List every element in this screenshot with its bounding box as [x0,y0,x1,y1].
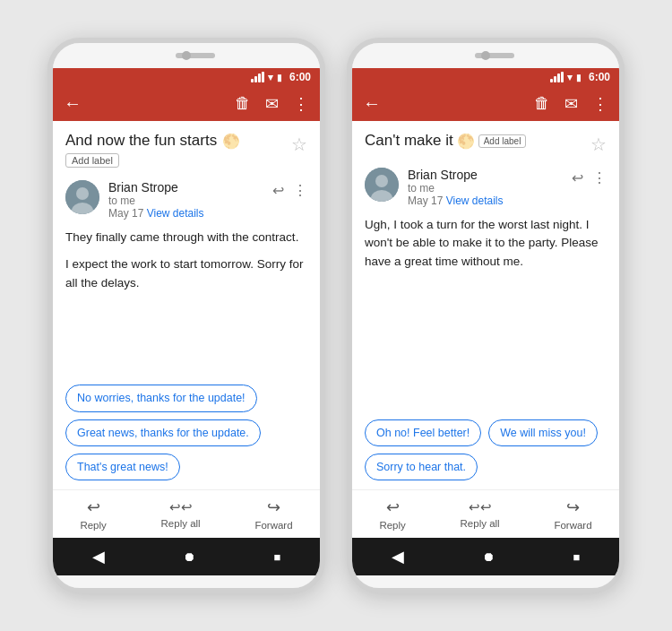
camera-2 [481,51,490,60]
more-sender-icon-2[interactable]: ⋮ [592,169,607,186]
nav-home-1[interactable]: ⏺ [183,549,195,564]
forward-action-1[interactable]: ↪ Forward [254,497,292,531]
nav-bar-2: ◀ ⏺ ■ [352,538,619,575]
wifi-icon-1: ▾ [268,72,273,83]
view-details-2[interactable]: View details [446,194,504,207]
sender-actions-1: ↩ ⋮ [272,182,307,199]
sender-row-2: Brian Strope to me May 17 View details ↩… [365,168,607,207]
delete-button-2[interactable]: 🗑 [534,94,550,113]
body-para-1-1: I expect the work to start tomorrow. Sor… [65,255,307,292]
back-button-2[interactable]: ← [363,93,381,114]
email-subject-2: Can't make it 🌕 Add label [365,132,583,150]
smart-replies-2: Oh no! Feel better! We will miss you! So… [352,412,619,490]
reply-icon-2[interactable]: ↩ [572,169,583,186]
star-icon-1[interactable]: ☆ [291,134,307,155]
reply-all-label-1: Reply all [161,518,201,529]
smart-replies-1: No worries, thanks for the update! Great… [53,377,320,489]
email-title-area-2: Can't make it 🌕 Add label [365,132,583,150]
sender-to-1: to me [108,194,204,207]
email-content-2: Can't make it 🌕 Add label ☆ [352,121,619,575]
svg-point-1 [76,187,89,200]
forward-icon-2: ↪ [566,497,580,517]
email-content-1: And now the fun starts 🌕 Add label ☆ [53,121,320,575]
bottom-actions-2: ↩ Reply ↩↩ Reply all ↪ Forward [352,489,619,538]
nav-square-1[interactable]: ■ [273,550,280,564]
avatar-1 [65,180,99,214]
reply-all-icon-1: ↩↩ [169,499,193,515]
forward-icon-1: ↪ [267,497,280,517]
bottom-actions-1: ↩ Reply ↩↩ Reply all ↪ Forward [53,489,320,538]
back-button-1[interactable]: ← [64,93,82,114]
battery-icon-1: ▮ [277,73,282,82]
nav-back-1[interactable]: ◀ [92,547,105,566]
smart-reply-1-0[interactable]: No worries, thanks for the update! [65,385,257,411]
status-time-2: 6:00 [589,71,610,83]
body-para-2-0: Ugh, I took a turn for the worst last ni… [365,216,607,271]
reply-icon-1[interactable]: ↩ [272,182,284,199]
nav-square-2[interactable]: ■ [573,550,580,564]
more-button-2[interactable]: ⋮ [592,94,608,114]
email-subject-1: And now the fun starts 🌕 [65,132,284,150]
sender-row-1: Brian Strope to me May 17 View details ↩… [65,180,307,220]
sender-actions-2: ↩ ⋮ [572,169,607,186]
reply-all-action-2[interactable]: ↩↩ Reply all [461,499,500,529]
subject-emoji-2: 🌕 [457,133,475,150]
reply-action-icon-1: ↩ [87,497,100,517]
subject-emoji-1: 🌕 [222,133,240,150]
phone-bottom-1 [53,575,320,588]
smart-reply-1-1[interactable]: Great news, thanks for the update. [65,419,261,446]
add-label-button-1[interactable]: Add label [65,153,119,168]
signal-icon-2 [550,72,564,82]
nav-back-2[interactable]: ◀ [392,547,404,566]
phone-top-1 [53,43,320,68]
mail-button-1[interactable]: ✉ [265,94,279,114]
reply-all-icon-2: ↩↩ [469,499,492,515]
status-bar-1: ▾ ▮ 6:00 [53,68,320,86]
smart-reply-2-0[interactable]: Oh no! Feel better! [365,419,481,446]
phone-1: ▾ ▮ 6:00 ← 🗑 ✉ ⋮ And now the fun start [47,38,325,593]
sender-name-1: Brian Strope [108,180,204,194]
subject-text-1: And now the fun starts [65,132,217,150]
sender-info-1: Brian Strope to me May 17 View details [108,180,204,220]
phone-wrapper: ▾ ▮ 6:00 ← 🗑 ✉ ⋮ And now the fun start [47,38,625,593]
reply-action-1[interactable]: ↩ Reply [80,497,106,531]
more-sender-icon-1[interactable]: ⋮ [293,182,307,199]
star-icon-2[interactable]: ☆ [590,134,607,155]
phone-2: ▾ ▮ 6:00 ← 🗑 ✉ ⋮ Can't make it [347,38,625,593]
smart-reply-1-2[interactable]: That's great news! [65,454,180,480]
toolbar-1: ← 🗑 ✉ ⋮ [53,86,320,121]
sender-left-2: Brian Strope to me May 17 View details [365,168,504,207]
forward-label-2: Forward [554,520,591,531]
mail-button-2[interactable]: ✉ [564,94,578,114]
forward-action-2[interactable]: ↪ Forward [554,497,591,531]
view-details-1[interactable]: View details [147,207,204,220]
status-bar-2: ▾ ▮ 6:00 [352,68,619,86]
smart-reply-2-1[interactable]: We will miss you! [488,419,598,446]
signal-icon-1 [251,72,264,82]
phone-bottom-2 [352,575,619,588]
phone-screen-1: ▾ ▮ 6:00 ← 🗑 ✉ ⋮ And now the fun start [53,68,320,575]
wifi-icon-2: ▾ [567,72,573,83]
sender-left-1: Brian Strope to me May 17 View details [65,180,204,220]
phone-screen-2: ▾ ▮ 6:00 ← 🗑 ✉ ⋮ Can't make it [352,68,619,575]
email-title-area-1: And now the fun starts 🌕 Add label [65,132,284,168]
forward-label-1: Forward [254,520,292,531]
add-label-button-2[interactable]: Add label [478,134,527,148]
phone-top-2 [352,43,619,68]
toolbar-2: ← 🗑 ✉ ⋮ [352,86,619,121]
email-header-1: And now the fun starts 🌕 Add label ☆ [53,121,320,173]
delete-button-1[interactable]: 🗑 [235,94,251,113]
smart-reply-2-2[interactable]: Sorry to hear that. [365,454,478,480]
sender-to-2: to me [408,182,504,194]
email-header-2: Can't make it 🌕 Add label ☆ [352,121,619,160]
sender-name-2: Brian Strope [408,168,504,182]
reply-action-2[interactable]: ↩ Reply [379,497,405,531]
reply-action-icon-2: ↩ [386,497,400,517]
email-body-2: Ugh, I took a turn for the worst last ni… [365,212,607,289]
nav-home-2[interactable]: ⏺ [482,549,495,564]
more-button-1[interactable]: ⋮ [293,94,309,114]
nav-bar-1: ◀ ⏺ ■ [53,538,320,575]
reply-action-label-1: Reply [80,520,106,531]
status-time-1: 6:00 [289,71,311,83]
reply-all-action-1[interactable]: ↩↩ Reply all [161,499,201,529]
